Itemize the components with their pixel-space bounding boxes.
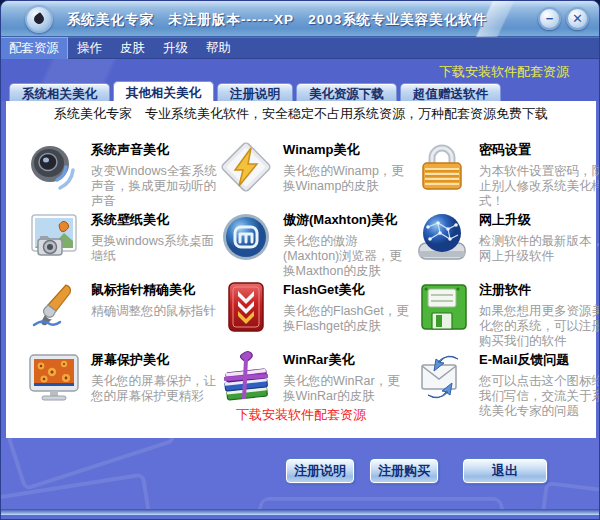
feature-desc: 精确调整您的鼠标指针 xyxy=(91,304,219,319)
window-bottom-edge xyxy=(1,509,600,515)
slogan-banner: 系统美化专家 专业系统美化软件，安全稳定不占用系统资源，万种配套资源免费下载 xyxy=(6,101,596,123)
feature-item-maxthon[interactable]: 傲游(Maxhton)美化 美化您的傲游(Maxhton)浏览器，更换Maxth… xyxy=(218,209,414,268)
feature-title: 屏幕保护美化 xyxy=(91,351,219,369)
feature-title: 注册软件 xyxy=(479,281,600,299)
feature-title: Winamp美化 xyxy=(283,141,411,159)
window-title: 系统美化专家 未注册版本------XP 2003系统专业美容美化软件 xyxy=(67,11,487,29)
title-bar[interactable]: 系统美化专家 未注册版本------XP 2003系统专业美容美化软件 − ✕ xyxy=(1,1,600,37)
menu-item-upgrade[interactable]: 升级 xyxy=(155,38,196,59)
menu-item-help[interactable]: 帮助 xyxy=(198,38,239,59)
winamp-icon[interactable] xyxy=(218,139,274,195)
maxthon-icon[interactable] xyxy=(218,209,274,265)
screensaver-icon[interactable] xyxy=(26,349,82,405)
tab-resource-download[interactable]: 美化资源下载 xyxy=(296,83,397,101)
feature-title: 系统壁纸美化 xyxy=(91,211,219,229)
feature-title: E-Mail反馈问题 xyxy=(479,351,600,369)
feature-item-flashget[interactable]: FlashGet美化 美化您的FlashGet，更换Flashget的皮肤 xyxy=(218,279,414,338)
speaker-icon[interactable] xyxy=(26,139,82,195)
main-content: 系统美化专家 专业系统美化软件，安全稳定不占用系统资源，万种配套资源免费下载 系… xyxy=(6,101,596,438)
close-button[interactable]: ✕ xyxy=(566,7,589,30)
feature-item-winamp[interactable]: Winamp美化 美化您的Winamp，更换Winamp的皮肤 xyxy=(218,139,414,198)
winrar-icon[interactable] xyxy=(218,349,274,405)
feature-item-password[interactable]: 密码设置 为本软件设置密码，防止别人修改系统美化样式！ xyxy=(414,139,596,198)
feature-item-cursor[interactable]: 鼠标指针精确美化 精确调整您的鼠标指针 xyxy=(26,279,218,338)
menu-item-operate[interactable]: 操作 xyxy=(69,38,110,59)
feature-title: 密码设置 xyxy=(479,141,600,159)
feature-item-online-upgrade[interactable]: 网上升级 检测软件的最新版本，网上升级软件 xyxy=(414,209,596,268)
floppy-icon[interactable] xyxy=(414,279,470,335)
feature-desc: 美化您的FlashGet，更换Flashget的皮肤 xyxy=(283,304,411,334)
email-icon[interactable] xyxy=(414,349,470,405)
feature-desc: 美化您的Winamp，更换Winamp的皮肤 xyxy=(283,164,411,194)
feature-item-system-sound[interactable]: 系统声音美化 改变Windows全套系统声音，换成更加动听的声音 xyxy=(26,139,218,198)
menu-bar: 配套资源 操作 皮肤 升级 帮助 xyxy=(1,38,600,59)
feature-desc: 美化您的傲游(Maxhton)浏览器，更换Maxthon的皮肤 xyxy=(283,234,411,279)
download-resources-link-top[interactable]: 下载安装软件配套资源 xyxy=(439,63,569,81)
menu-item-skin[interactable]: 皮肤 xyxy=(112,38,153,59)
feature-desc: 改变Windows全套系统声音，换成更加动听的声音 xyxy=(91,164,219,209)
tab-bar: 系统相关美化 其他相关美化 注册说明 美化资源下载 超值赠送软件 xyxy=(9,81,504,101)
feature-desc: 更换windows系统桌面墙纸 xyxy=(91,234,219,264)
feature-title: 鼠标指针精确美化 xyxy=(91,281,219,299)
feature-title: 系统声音美化 xyxy=(91,141,219,159)
register-info-button[interactable]: 注册说明 xyxy=(286,459,354,483)
feature-title: 网上升级 xyxy=(479,211,600,229)
tab-other-beautify[interactable]: 其他相关美化 xyxy=(113,81,214,101)
footer-bar: 注册说明 注册购买 退出 xyxy=(1,438,600,515)
feature-title: WinRar美化 xyxy=(283,351,411,369)
feature-item-wallpaper[interactable]: 系统壁纸美化 更换windows系统桌面墙纸 xyxy=(26,209,218,268)
feature-grid: 系统声音美化 改变Windows全套系统声音，换成更加动听的声音 Winamp美… xyxy=(6,123,596,408)
feature-desc: 为本软件设置密码，防止别人修改系统美化样式！ xyxy=(479,164,600,209)
exit-button[interactable]: 退出 xyxy=(463,459,547,483)
feature-desc: 检测软件的最新版本，网上升级软件 xyxy=(479,234,600,264)
feature-item-register[interactable]: 注册软件 如果您想用更多资源美化您的系统，可以注册购买我们的软件 xyxy=(414,279,596,338)
feature-item-winrar[interactable]: WinRar美化 美化您的WinRar，更换WinRar的皮肤 xyxy=(218,349,414,408)
download-resources-link-bottom[interactable]: 下载安装软件配套资源 xyxy=(6,406,596,424)
tab-bonus-software[interactable]: 超值赠送软件 xyxy=(400,83,501,101)
feature-item-email-feedback[interactable]: E-Mail反馈问题 您可以点击这个图标给我们写信，交流关于系统美化专家的问题 xyxy=(414,349,596,408)
minimize-button[interactable]: − xyxy=(538,7,561,30)
tab-system-beautify[interactable]: 系统相关美化 xyxy=(9,83,110,101)
app-icon[interactable] xyxy=(25,5,53,33)
menu-item-resources[interactable]: 配套资源 xyxy=(1,38,67,59)
feature-item-screensaver[interactable]: 屏幕保护美化 美化您的屏幕保护，让您的屏幕保护更精彩 xyxy=(26,349,218,408)
register-buy-button[interactable]: 注册购买 xyxy=(370,459,438,483)
feature-desc: 如果您想用更多资源美化您的系统，可以注册购买我们的软件 xyxy=(479,304,600,349)
feature-desc: 美化您的屏幕保护，让您的屏幕保护更精彩 xyxy=(91,374,219,404)
feature-title: 傲游(Maxhton)美化 xyxy=(283,211,411,229)
feature-desc: 美化您的WinRar，更换WinRar的皮肤 xyxy=(283,374,411,404)
lock-icon[interactable] xyxy=(414,139,470,195)
flashget-icon[interactable] xyxy=(218,279,274,335)
feature-title: FlashGet美化 xyxy=(283,281,411,299)
sub-header: 下载安装软件配套资源 系统相关美化 其他相关美化 注册说明 美化资源下载 超值赠… xyxy=(1,59,600,101)
brush-icon[interactable] xyxy=(26,279,82,335)
app-window: 系统美化专家 未注册版本------XP 2003系统专业美容美化软件 − ✕ … xyxy=(0,0,600,520)
globe-drive-icon[interactable] xyxy=(414,209,470,265)
wallpaper-icon[interactable] xyxy=(26,209,82,265)
tab-register-info[interactable]: 注册说明 xyxy=(217,83,293,101)
